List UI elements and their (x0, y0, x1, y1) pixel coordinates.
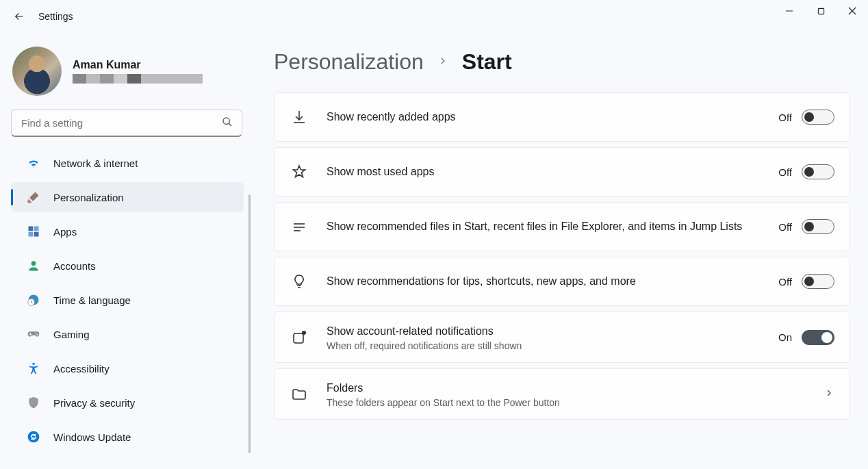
sidebar-item-accessibility[interactable]: Accessibility (11, 353, 244, 383)
accessibility-icon (26, 361, 41, 376)
globe-clock-icon (26, 292, 41, 307)
sidebar-item-time[interactable]: Time & language (11, 285, 244, 315)
toggle-state-label: Off (778, 221, 792, 233)
toggle-recommendations-tips[interactable] (802, 274, 834, 289)
breadcrumb-parent[interactable]: Personalization (274, 49, 424, 75)
main-content: Personalization Start Show recently adde… (253, 33, 868, 469)
setting-row-recommended-files: Show recommended files in Start, recent … (274, 202, 850, 251)
sidebar-item-label: Time & language (53, 294, 131, 306)
setting-subtitle: When off, required notifications are sti… (327, 340, 767, 351)
toggle-state-label: On (778, 331, 792, 343)
setting-title: Show recently added apps (327, 109, 767, 125)
setting-row-account-notifications: Show account-related notifications When … (274, 312, 850, 363)
toggle-most-used[interactable] (802, 164, 834, 179)
breadcrumb: Personalization Start (274, 49, 850, 75)
sidebar-item-label: Windows Update (53, 431, 131, 443)
arrow-left-icon (13, 10, 25, 23)
sidebar-item-label: Personalization (53, 192, 124, 203)
account-block[interactable]: Aman Kumar (0, 41, 253, 110)
sidebar-item-gaming[interactable]: Gaming (11, 319, 244, 349)
minimize-button[interactable] (774, 0, 805, 22)
sidebar-item-update[interactable]: Windows Update (11, 422, 244, 452)
svg-rect-5 (34, 227, 39, 231)
wifi-icon (26, 155, 41, 170)
sidebar-item-privacy[interactable]: Privacy & security (11, 388, 244, 418)
close-icon (848, 7, 856, 15)
toggle-state-label: Off (778, 112, 792, 123)
setting-title: Show recommended files in Start, recent … (327, 218, 767, 234)
svg-rect-1 (818, 8, 824, 14)
chevron-right-icon (437, 55, 448, 69)
svg-rect-18 (294, 333, 303, 343)
breadcrumb-current: Start (462, 49, 512, 75)
chevron-right-icon (824, 388, 834, 401)
toggle-state-label: Off (778, 166, 792, 178)
svg-rect-4 (29, 227, 34, 231)
maximize-icon (817, 8, 825, 15)
account-email-redacted (73, 74, 203, 84)
back-button[interactable] (5, 3, 33, 30)
setting-title: Folders (327, 380, 813, 396)
search-input[interactable] (11, 110, 242, 137)
svg-rect-7 (34, 232, 39, 237)
star-icon (290, 162, 309, 181)
svg-point-13 (32, 363, 34, 365)
sidebar-item-label: Gaming (53, 329, 90, 340)
gamepad-icon (26, 327, 41, 342)
sidebar-item-label: Network & internet (53, 157, 138, 169)
setting-row-folders[interactable]: Folders These folders appear on Start ne… (274, 368, 850, 420)
sidebar-item-label: Privacy & security (53, 397, 135, 409)
sidebar-item-label: Apps (53, 226, 77, 238)
svg-rect-6 (29, 232, 34, 237)
paintbrush-icon (26, 190, 41, 205)
person-icon (26, 258, 41, 273)
setting-subtitle: These folders appear on Start next to th… (327, 397, 813, 408)
toggle-recommended-files[interactable] (802, 219, 834, 234)
lightbulb-icon (290, 272, 309, 291)
download-icon (290, 107, 309, 127)
minimize-icon (785, 7, 793, 15)
setting-row-most-used: Show most used apps Off (274, 147, 850, 197)
svg-point-11 (36, 333, 37, 334)
list-icon (290, 217, 309, 236)
toggle-recently-added[interactable] (802, 110, 834, 125)
svg-point-19 (302, 331, 306, 335)
notification-badge-icon (290, 328, 309, 347)
toggle-account-notifications[interactable] (802, 330, 834, 345)
setting-row-recently-added: Show recently added apps Off (274, 92, 850, 142)
svg-point-12 (37, 334, 38, 335)
svg-point-8 (31, 261, 36, 266)
folder-icon (290, 385, 309, 404)
sidebar-item-accounts[interactable]: Accounts (11, 251, 244, 281)
maximize-button[interactable] (805, 0, 837, 22)
setting-row-recommendations-tips: Show recommendations for tips, shortcuts… (274, 257, 850, 306)
shield-icon (26, 395, 41, 410)
setting-title: Show recommendations for tips, shortcuts… (327, 273, 767, 289)
apps-icon (26, 224, 41, 239)
avatar (12, 47, 62, 96)
sidebar-item-personalization[interactable]: Personalization (11, 182, 244, 212)
sidebar-item-label: Accessibility (53, 363, 110, 375)
window-title: Settings (38, 11, 73, 22)
toggle-state-label: Off (778, 276, 792, 288)
account-name: Aman Kumar (73, 59, 203, 71)
close-button[interactable] (837, 0, 868, 22)
update-icon (26, 429, 41, 444)
setting-title: Show most used apps (327, 164, 767, 179)
sidebar-item-apps[interactable]: Apps (11, 216, 244, 246)
sidebar-item-network[interactable]: Network & internet (11, 148, 244, 178)
setting-title: Show account-related notifications (327, 323, 767, 339)
sidebar: Aman Kumar Network & internet (0, 33, 253, 469)
svg-point-14 (28, 431, 40, 443)
sidebar-item-label: Accounts (53, 260, 96, 272)
sidebar-nav: Network & internet Personalization Apps … (0, 147, 253, 453)
